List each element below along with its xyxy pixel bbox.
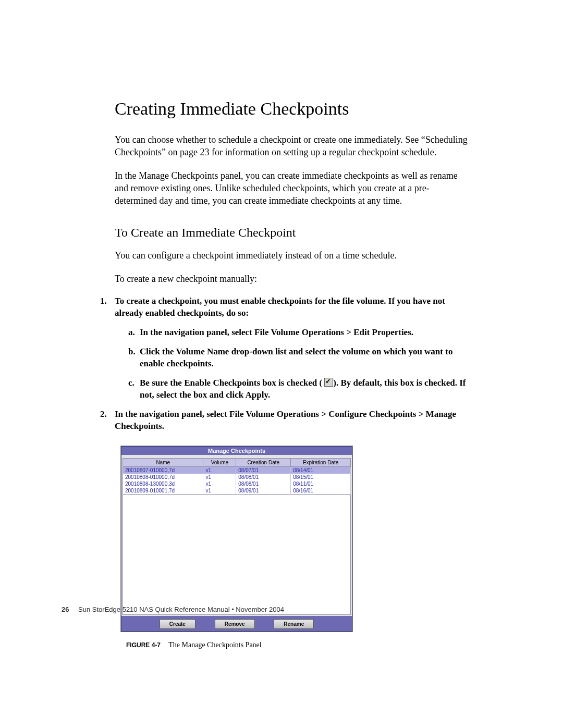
- cell-volume: v1: [203, 480, 236, 487]
- cell-creation: 08/08/01: [236, 480, 291, 487]
- table-row[interactable]: 20010808-010000,7d v1 08/08/01 08/15/01: [123, 474, 351, 480]
- create-button[interactable]: Create: [160, 619, 195, 629]
- section-paragraph-2: To create a new checkpoint manually:: [115, 273, 469, 285]
- page-number: 26: [62, 606, 69, 613]
- cell-creation: 08/09/01: [236, 487, 291, 495]
- cell-expiration: 08/15/01: [291, 474, 351, 480]
- step-2: 2. In the navigation panel, select File …: [100, 409, 469, 433]
- cell-volume: v1: [203, 487, 236, 495]
- step-1b-letter: b.: [128, 346, 136, 358]
- table-row[interactable]: 20010808-130000,3d v1 08/08/01 08/11/01: [123, 480, 351, 487]
- figure-label: FIGURE 4-7: [126, 641, 161, 649]
- panel-title: Manage Checkpoints: [121, 447, 352, 455]
- step-1c: c. Be sure the Enable Checkpoints box is…: [128, 377, 469, 401]
- table-row[interactable]: 20010807-010000,7d v1 08/07/01 08/14/01: [123, 466, 351, 474]
- checkpoints-table[interactable]: Name Volume Creation Date Expiration Dat…: [123, 458, 351, 495]
- step-1c-letter: c.: [128, 377, 134, 389]
- step-1a-letter: a.: [128, 327, 135, 339]
- step-1a-text: In the navigation panel, select File Vol…: [140, 327, 413, 337]
- remove-button[interactable]: Remove: [215, 619, 255, 629]
- cell-name: 20010807-010000,7d: [123, 466, 203, 474]
- table-empty-area: [123, 495, 351, 615]
- step-1-text: To create a checkpoint, you must enable …: [115, 296, 445, 318]
- cell-name: 20010808-010000,7d: [123, 474, 203, 480]
- page-footer: 26 Sun StorEdge 5210 NAS Quick Reference…: [62, 606, 284, 613]
- step-1: 1. To create a checkpoint, you must enab…: [100, 295, 469, 401]
- cell-expiration: 08/14/01: [291, 466, 351, 474]
- checkbox-checked-icon: [324, 378, 333, 387]
- col-header-creation[interactable]: Creation Date: [236, 458, 291, 466]
- panel-footer: Create Remove Rename: [121, 616, 352, 631]
- step-1b-text: Click the Volume Name drop-down list and…: [140, 347, 452, 368]
- cell-creation: 08/08/01: [236, 474, 291, 480]
- col-header-volume[interactable]: Volume: [203, 458, 236, 466]
- figure-caption: FIGURE 4-7 The Manage Checkpoints Panel: [126, 641, 469, 649]
- page-heading: Creating Immediate Checkpoints: [115, 99, 469, 119]
- rename-button[interactable]: Rename: [274, 619, 314, 629]
- col-header-name[interactable]: Name: [123, 458, 203, 466]
- figure-text: The Manage Checkpoints Panel: [168, 641, 261, 649]
- table-row[interactable]: 20010809-010001,7d v1 08/09/01 08/16/01: [123, 487, 351, 495]
- manage-checkpoints-panel: Manage Checkpoints Name Volume Creation …: [121, 446, 352, 632]
- section-paragraph-1: You can configure a checkpoint immediate…: [115, 249, 469, 262]
- col-header-expiration[interactable]: Expiration Date: [291, 458, 351, 466]
- step-2-text: In the navigation panel, select File Vol…: [115, 409, 456, 431]
- section-heading: To Create an Immediate Checkpoint: [115, 226, 469, 240]
- intro-paragraph-1: You can choose whether to schedule a che…: [115, 133, 469, 159]
- cell-name: 20010809-010001,7d: [123, 487, 203, 495]
- cell-volume: v1: [203, 474, 236, 480]
- cell-expiration: 08/16/01: [291, 487, 351, 495]
- step-1a: a. In the navigation panel, select File …: [128, 327, 469, 339]
- step-1-number: 1.: [100, 295, 107, 307]
- step-1c-pre: Be sure the Enable Checkpoints box is ch…: [140, 378, 322, 388]
- cell-volume: v1: [203, 466, 236, 474]
- step-2-number: 2.: [100, 409, 107, 421]
- cell-expiration: 08/11/01: [291, 480, 351, 487]
- intro-paragraph-2: In the Manage Checkpoints panel, you can…: [115, 169, 469, 207]
- cell-name: 20010808-130000,3d: [123, 480, 203, 487]
- footer-text: Sun StorEdge 5210 NAS Quick Reference Ma…: [78, 606, 284, 613]
- step-1b: b. Click the Volume Name drop-down list …: [128, 346, 469, 370]
- cell-creation: 08/07/01: [236, 466, 291, 474]
